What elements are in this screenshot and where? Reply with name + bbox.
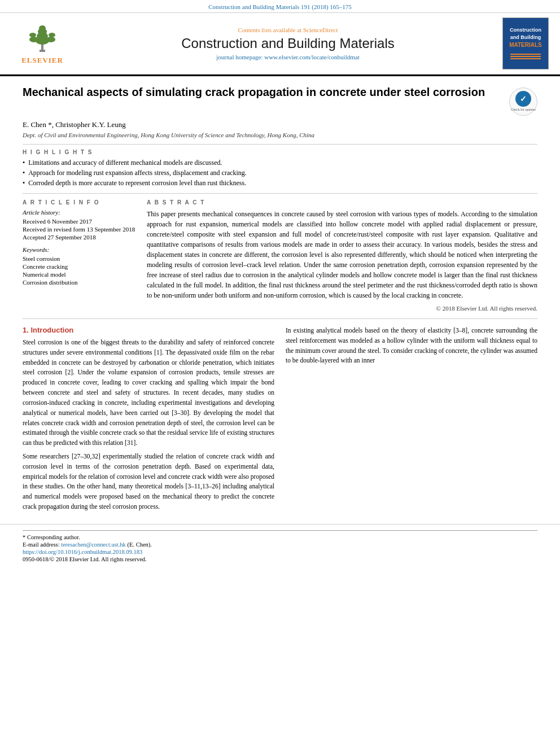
keyword-3: Numerical model xyxy=(23,271,135,278)
keyword-1: Steel corrosion xyxy=(23,255,135,262)
footnote-email-link[interactable]: teresachen@connect.ust.hk xyxy=(61,541,126,548)
body-column-right: In existing analytical models based on t… xyxy=(286,326,537,516)
page-container: Construction and Building Materials 191 … xyxy=(0,0,560,747)
article-title-section: Mechanical aspects of simulating crack p… xyxy=(23,85,537,116)
doi-line: https://doi.org/10.1016/j.conbuildmat.20… xyxy=(23,549,537,555)
body-right-paragraph-1: In existing analytical models based on t… xyxy=(286,326,537,366)
footnote-email: E-mail address: teresachen@connect.ust.h… xyxy=(23,541,537,548)
body-column-left: 1. Introduction Steel corrosion is one o… xyxy=(23,326,274,516)
check-updates-badge[interactable]: ✓ Check for updates xyxy=(509,88,537,116)
bullet-icon: • xyxy=(23,179,25,187)
elsevier-wordmark: ELSEVIER xyxy=(21,56,63,65)
check-updates-text: Check for updates xyxy=(511,108,536,112)
keyword-4: Corrosion distribution xyxy=(23,279,135,286)
journal-reference: Construction and Building Materials 191 … xyxy=(208,3,352,10)
body-section: 1. Introduction Steel corrosion is one o… xyxy=(23,326,537,516)
logo-box-decoration xyxy=(510,53,541,60)
check-updates-inner: ✓ Check for updates xyxy=(511,91,536,112)
journal-logo-box: Construction and Building MATERIALS xyxy=(502,18,549,69)
highlights-label: H I G H L I G H T S xyxy=(23,149,537,155)
received-date: Received 6 November 2017 xyxy=(23,218,135,225)
keyword-2: Concrete cracking xyxy=(23,263,135,270)
bullet-icon: • xyxy=(23,169,25,177)
journal-header: ELSEVIER Contents lists available at Sci… xyxy=(0,12,560,75)
sciencedirect-link: Contents lists available at ScienceDirec… xyxy=(79,27,497,33)
svg-point-7 xyxy=(29,33,36,37)
bullet-icon: • xyxy=(23,159,25,167)
authors-line: E. Chen *, Christopher K.Y. Leung xyxy=(23,120,537,129)
issn-line: 0950-0618/© 2018 Elsevier Ltd. All right… xyxy=(23,556,537,562)
affiliation-line: Dept. of Civil and Environmental Enginee… xyxy=(23,132,537,138)
intro-paragraph-2: Some researchers [27–30,32] experimental… xyxy=(23,452,274,512)
journal-homepage: journal homepage: www.elsevier.com/locat… xyxy=(79,54,497,60)
copyright-line: © 2018 Elsevier Ltd. All rights reserved… xyxy=(147,305,537,312)
highlight-item-1: • Limitations and accuracy of different … xyxy=(23,159,537,167)
check-icon: ✓ xyxy=(515,91,531,107)
footnote-corresponding: * Corresponding author. xyxy=(23,534,537,540)
article-info-abstract: A R T I C L E I N F O Article history: R… xyxy=(23,193,537,312)
svg-point-8 xyxy=(46,37,55,42)
accepted-date: Accepted 27 September 2018 xyxy=(23,234,135,241)
abstract-label: A B S T R A C T xyxy=(147,199,537,206)
elsevier-logo: ELSEVIER xyxy=(11,23,73,65)
intro-heading: 1. Introduction xyxy=(23,326,274,334)
section-divider xyxy=(23,318,537,319)
journal-main-title: Construction and Building Materials xyxy=(79,36,497,51)
footer-separator xyxy=(23,530,537,531)
logo-box-title: Construction and Building MATERIALS xyxy=(509,27,542,49)
author-names: E. Chen *, Christopher K.Y. Leung xyxy=(23,120,126,129)
abstract-text: This paper presents mechanical consequen… xyxy=(147,209,537,300)
highlight-item-2: • Approach for modeling rust expansion a… xyxy=(23,169,537,177)
svg-point-5 xyxy=(39,25,46,31)
article-title: Mechanical aspects of simulating crack p… xyxy=(23,85,501,99)
svg-point-9 xyxy=(49,33,55,37)
intro-paragraph-1: Steel corrosion is one of the biggest th… xyxy=(23,338,274,448)
article-info-column: A R T I C L E I N F O Article history: R… xyxy=(23,199,135,312)
svg-point-6 xyxy=(29,37,38,42)
highlight-item-3: • Corroded depth is more accurate to rep… xyxy=(23,179,537,187)
top-reference-bar: Construction and Building Materials 191 … xyxy=(0,0,560,12)
revised-date: Received in revised form 13 September 20… xyxy=(23,226,135,233)
article-content: Mechanical aspects of simulating crack p… xyxy=(0,76,560,524)
article-info-label: A R T I C L E I N F O xyxy=(23,199,135,206)
article-history-label: Article history: xyxy=(23,209,135,216)
keywords-label: Keywords: xyxy=(23,246,135,253)
abstract-column: A B S T R A C T This paper presents mech… xyxy=(147,199,537,312)
highlights-section: H I G H L I G H T S • Limitations and ac… xyxy=(23,144,537,187)
article-footer: * Corresponding author. E-mail address: … xyxy=(0,524,560,567)
journal-title-center: Contents lists available at ScienceDirec… xyxy=(73,27,502,60)
elsevier-tree-icon xyxy=(17,23,68,54)
